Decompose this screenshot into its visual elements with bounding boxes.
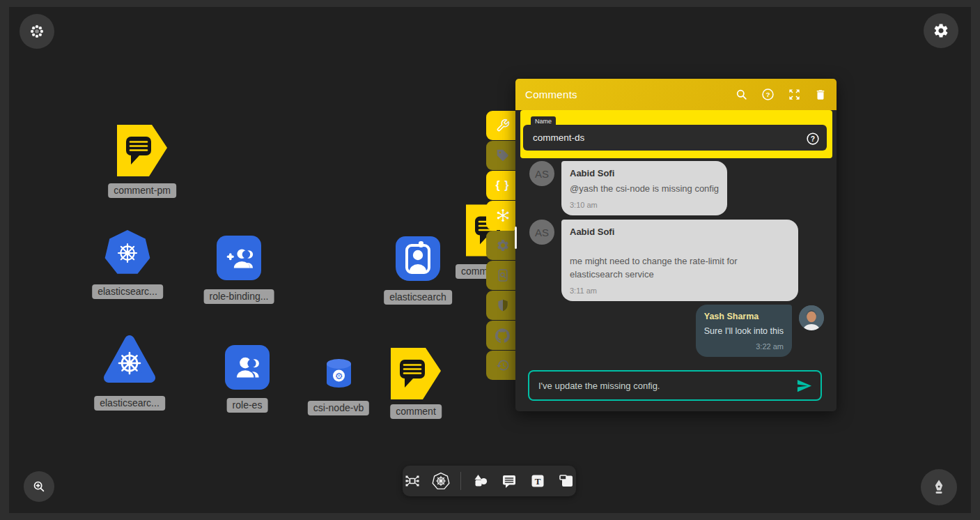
help-icon: ? [761,88,775,101]
name-input[interactable] [523,125,827,151]
name-field-block: Name ? [520,110,832,158]
message-time: 3:11 am [570,286,790,295]
tag-icon [496,148,510,162]
avatar-initials: AS [529,161,554,186]
hub-snowflake-icon [495,208,511,223]
message-spacer [570,240,790,254]
tools-button[interactable] [486,111,519,140]
braces-icon: { } [496,179,510,192]
document-search-icon [496,268,510,282]
node-label: comment-pm [108,183,176,198]
comment-flag-icon [117,125,167,176]
toolbar-divider [460,472,461,490]
node-label: comment [390,404,442,419]
node-role-binding[interactable] [217,236,261,280]
schema-icon [404,473,421,489]
comment-tool-button[interactable] [500,472,518,490]
svg-text:?: ? [765,91,770,98]
svg-text:?: ? [811,135,815,143]
user-photo [799,305,824,330]
message-bubble: Yash Sharma Sure I'll look into this 3:2… [696,305,792,357]
shield-icon [496,298,510,312]
node-csi-node-vb[interactable]: ⚙ [326,358,352,389]
github-icon [495,328,510,343]
people-icon [231,351,263,383]
app-logo-button[interactable] [20,14,54,49]
avatar-photo [799,305,824,330]
node-label: elasticsearch [384,290,452,305]
node-comment[interactable] [391,348,441,399]
fullscreen-icon [788,88,801,101]
name-field-label: Name [531,116,556,126]
help-button[interactable]: ? [761,88,775,101]
node-label: role-binding... [204,289,274,304]
panel-scrollbar[interactable] [515,227,517,249]
comment-flag-icon [391,348,441,399]
settings-panel-button[interactable] [486,231,519,260]
node-comment-pm[interactable] [117,125,167,176]
send-button[interactable] [796,378,820,394]
doc-search-button[interactable] [486,261,519,290]
panel-actions: ? [735,88,827,101]
help-icon: ? [806,132,820,146]
node-elasticsearch-sa[interactable] [396,236,440,281]
node-role-es[interactable] [225,345,270,390]
kubernetes-triangle-icon [103,334,156,385]
pen-tool-button[interactable] [921,469,957,505]
note-icon [558,473,575,489]
meshery-hub-button[interactable] [486,201,519,230]
gear-icon [496,238,510,252]
storage-cylinder-icon: ⚙ [326,358,352,389]
message-bubble: Aabid Sofi me might need to change the r… [561,220,798,301]
search-button[interactable] [735,88,748,101]
search-icon [735,88,748,101]
kubernetes-wheel-icon [112,238,143,268]
fullscreen-button[interactable] [788,88,801,101]
kubernetes-tool-button[interactable] [432,472,450,490]
wrench-icon [496,118,510,132]
meshery-flower-icon [29,24,45,39]
comment-icon [501,473,518,489]
zoom-in-icon [31,479,47,494]
node-elasticsearch-k8s[interactable] [104,230,150,276]
name-help-button[interactable]: ? [806,132,820,148]
send-icon [796,378,812,394]
avatar-initials: AS [529,220,554,245]
shapes-tool-button[interactable] [472,472,490,490]
person-add-icon [223,242,255,274]
history-button[interactable] [486,351,519,380]
kubernetes-icon [432,472,450,490]
settings-button[interactable] [924,13,958,48]
tags-button[interactable] [486,141,519,170]
message-time: 3:22 am [704,342,784,351]
node-label: elasticsearc... [92,284,163,299]
security-button[interactable] [486,291,519,320]
text-icon: T [529,473,546,489]
service-account-badge-icon [396,236,440,281]
message-text: me might need to change the rate-limit f… [570,254,790,281]
composer [528,370,822,401]
svg-text:T: T [535,476,541,487]
message-text: @yash the csi-node is missing config [570,182,719,195]
note-tool-button[interactable] [557,472,575,490]
message-author: Yash Sharma [704,312,784,321]
comments-panel: Comments ? [515,79,837,411]
text-tool-button[interactable]: T [529,472,547,490]
schema-tool-button[interactable] [403,472,421,490]
shape-toolbar: T [403,466,576,496]
delete-button[interactable] [814,89,827,101]
code-braces-button[interactable]: { } [486,171,519,200]
svg-text:⚙: ⚙ [335,371,343,381]
zoom-button[interactable] [24,471,54,502]
node-label: csi-node-vb [308,401,369,415]
gear-icon [933,22,949,39]
comments-panel-header[interactable]: Comments ? [515,79,837,110]
message-bubble: Aabid Sofi @yash the csi-node is missing… [561,161,727,215]
composer-input[interactable] [529,381,796,391]
node-elasticsearch-k8s-2[interactable] [103,334,156,385]
github-button[interactable] [486,321,519,350]
pen-nib-icon [931,479,947,496]
message-time: 3:10 am [570,201,719,209]
trash-icon [814,89,827,101]
node-label: role-es [227,398,268,413]
